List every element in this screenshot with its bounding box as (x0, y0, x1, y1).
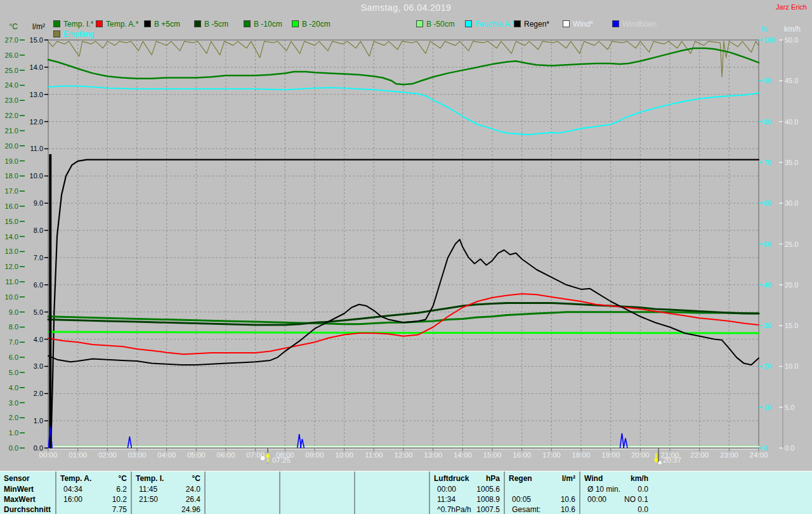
wind-axis-label: 0.0 (785, 444, 794, 452)
wind-axis-unit: km/h (784, 25, 801, 34)
table-col-unit: hPa (434, 473, 500, 484)
wind-axis-label: 25.0 (785, 241, 798, 248)
legend-label: Windböen (622, 20, 657, 29)
temp-axis-label: 21.0 (5, 127, 18, 135)
series-regen (51, 160, 759, 448)
hour-label: 00:00 (39, 451, 58, 459)
rain-axis-label: 7.0 (34, 254, 43, 261)
legend-item-tempi: Temp. I.* (53, 20, 93, 28)
rain-axis-label: 5.0 (34, 308, 43, 316)
rain-axis-label: 13.0 (30, 91, 43, 98)
legend-label: Temp. A.* (106, 20, 138, 29)
temp-axis-label: 19.0 (5, 157, 18, 165)
legend-label: B -50cm (426, 20, 455, 29)
hour-label: 24:00 (750, 451, 768, 459)
legend-swatch-icon (292, 20, 299, 27)
legend-item-b+5cm: B +5cm (144, 20, 180, 28)
hour-label: 18:00 (572, 451, 591, 459)
rain-axis-label: 14.0 (30, 63, 43, 71)
table-column-divider (504, 471, 505, 514)
temp-axis-label: 23.0 (5, 96, 18, 104)
table-row-label: MinWert (4, 484, 55, 494)
legend-swatch-icon (244, 20, 251, 27)
hour-label: 09:00 (306, 451, 324, 459)
legend-item-empfang: Empfang (53, 30, 94, 38)
hour-label: 19:00 (601, 451, 620, 459)
table-row-label: MaxWert (4, 494, 55, 504)
temp-axis-label: 7.0 (9, 338, 18, 346)
series-b-20cm (48, 332, 759, 333)
day-chart: °C27.026.025.024.023.022.021.020.019.018… (0, 0, 812, 471)
legend-swatch-icon (465, 20, 472, 27)
temp-axis-label: 11.0 (5, 278, 18, 286)
legend-swatch-icon (96, 20, 103, 27)
table-col-name (359, 473, 425, 484)
table-row-label: Sensor (4, 473, 55, 484)
legend-label: Feuchte A.* (475, 20, 514, 29)
sunrise-sun-icon (261, 456, 265, 460)
temp-axis-label: 4.0 (9, 384, 18, 392)
hour-label: 11:00 (365, 451, 383, 459)
wind-axis-label: 5.0 (785, 404, 794, 411)
table-col-name (209, 473, 275, 484)
humidity-axis-label: 90 (764, 77, 771, 84)
wind-axis-label: 15.0 (785, 322, 798, 329)
hour-label: 01:00 (69, 451, 87, 459)
temp-axis-label: 15.0 (5, 218, 18, 225)
hour-label: 22:00 (690, 451, 709, 459)
legend-swatch-icon (53, 20, 60, 27)
temp-axis-unit: °C (10, 22, 18, 31)
humidity-axis-label: 60 (764, 199, 771, 207)
hour-label: 17:00 (542, 451, 561, 459)
hour-label: 16:00 (513, 451, 531, 459)
temp-axis-label: 1.0 (9, 429, 18, 437)
legend-swatch-icon (416, 20, 423, 27)
legend-label: B -10cm (254, 20, 282, 29)
legend-item-windben: Windböen (612, 20, 657, 28)
hour-label: 06:00 (217, 451, 235, 459)
legend-item-tempa: Temp. A.* (96, 20, 138, 28)
table-cell-value: 10.6 (509, 494, 575, 504)
rain-axis-label: 6.0 (34, 281, 43, 289)
sunrise-label: 07:25 (272, 456, 291, 464)
temp-axis-label: 8.0 (9, 323, 18, 331)
temp-axis-label: 27.0 (5, 36, 18, 44)
table-row-label: Durchschnitt (4, 504, 55, 514)
legend-label: Wind* (573, 20, 593, 29)
temp-axis-label: 16.0 (5, 202, 18, 210)
table-col-unit: km/h (584, 473, 648, 484)
legend-label: Empfang (63, 30, 94, 39)
hour-label: 20:00 (631, 451, 650, 459)
rain-axis-label: 10.0 (30, 172, 43, 180)
rain-axis-unit: l/m² (32, 22, 45, 31)
temp-axis-label: 24.0 (5, 81, 18, 89)
temp-axis-label: 10.0 (5, 293, 18, 301)
hour-label: 04:00 (157, 451, 176, 459)
table-column-divider (279, 471, 280, 514)
sunset-arrow-icon (654, 459, 658, 463)
table-cell-value: 24.0 (136, 484, 200, 494)
legend-swatch-icon (514, 20, 521, 27)
table-cell-value: 10.6 (509, 504, 575, 514)
legend-label: Temp. I.* (63, 20, 93, 29)
wind-axis-label: 50.0 (785, 36, 798, 44)
table-cell-value: 7.75 (60, 504, 127, 514)
table-col-unit: l/m² (509, 473, 575, 484)
gust-spike (620, 433, 624, 448)
table-column-divider (579, 471, 580, 514)
table-cell-value: 0.0 (584, 504, 648, 514)
temp-axis-label: 12.0 (5, 263, 18, 270)
temp-axis-label: 22.0 (5, 112, 18, 119)
sunset-sun-icon (658, 461, 662, 464)
table-cell-value: 10.2 (60, 494, 127, 504)
hour-label: 05:00 (187, 451, 206, 459)
wind-axis-label: 10.0 (785, 362, 798, 370)
temp-axis-label: 20.0 (5, 142, 18, 150)
legend-swatch-icon (194, 20, 201, 27)
legend-label: B -5cm (204, 20, 228, 29)
temp-axis-label: 3.0 (9, 399, 18, 407)
legend-item-b-5cm: B -5cm (194, 20, 228, 28)
table-column-divider (55, 471, 56, 514)
temp-axis-label: 18.0 (5, 172, 18, 180)
station-owner-label: Jarz Erich (776, 3, 807, 11)
